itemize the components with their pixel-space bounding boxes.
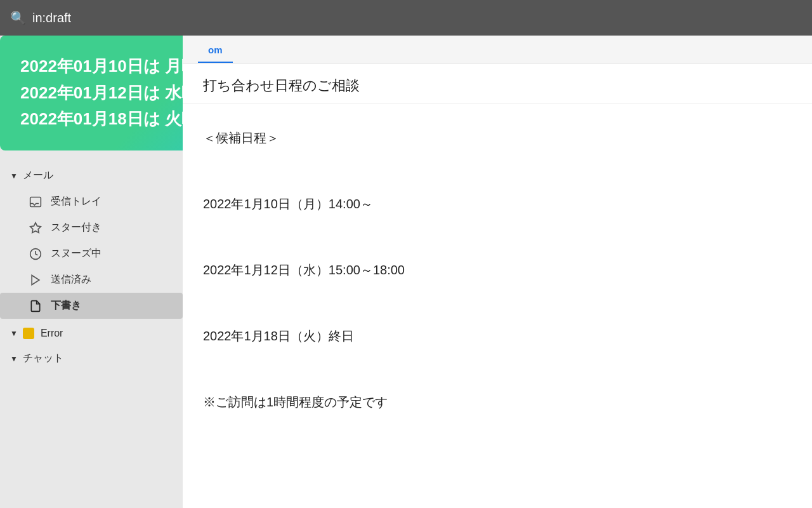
draft-icon (25, 300, 46, 312)
email-body-section-header: ＜候補日程＞ (203, 124, 792, 152)
header: 🔍 (0, 0, 812, 36)
email-body: ＜候補日程＞ 2022年1月10日（月）14:00～ 2022年1月12日（水）… (183, 104, 812, 508)
sidebar-section-mail[interactable]: ▼ メール (0, 163, 183, 189)
email-body-date-3: 2022年1月18日（火）終日 (203, 322, 792, 350)
tooltip-line-1: 2022年01月10日は 月曜日です (20, 53, 183, 80)
email-body-date-2: 2022年1月12日（水）15:00～18:00 (203, 256, 792, 284)
sidebar-section-error[interactable]: ▼ Error (0, 321, 183, 345)
chat-section-label: チャット (23, 352, 63, 365)
send-icon (25, 274, 46, 286)
star-icon (25, 222, 46, 234)
tab-draft[interactable]: om (198, 38, 233, 63)
email-body-spacer-1 (203, 157, 792, 185)
mail-section-label: メール (23, 169, 53, 182)
email-body-date-1: 2022年1月10日（月）14:00～ (203, 190, 792, 218)
clock-icon (25, 248, 46, 260)
sidebar: 2022年01月10日は 月曜日です 2022年01月12日は 水曜日です 20… (0, 36, 183, 508)
error-label: Error (41, 328, 63, 339)
starred-label: スター付き (51, 221, 102, 234)
tooltip-overlay: 2022年01月10日は 月曜日です 2022年01月12日は 水曜日です 20… (0, 36, 183, 150)
email-body-note: ※ご訪問は1時間程度の予定です (203, 388, 792, 416)
tooltip-line-2: 2022年01月12日は 水曜日です (20, 80, 183, 107)
chevron-down-icon-chat: ▼ (10, 354, 18, 363)
sidebar-item-snoozed[interactable]: スヌーズ中 (0, 241, 183, 267)
label-color-dot (23, 328, 34, 339)
chevron-down-icon-label: ▼ (10, 329, 18, 338)
main-layout: 2022年01月10日は 月曜日です 2022年01月12日は 水曜日です 20… (0, 36, 812, 508)
svg-marker-3 (32, 275, 39, 284)
email-content: om 打ち合わせ日程のご相談 ＜候補日程＞ 2022年1月10日（月）14:00… (183, 36, 812, 508)
tooltip-line-3: 2022年01月18日は 火曜日です (20, 106, 183, 133)
email-body-spacer-4 (203, 355, 792, 383)
snoozed-label: スヌーズ中 (51, 247, 102, 260)
inbox-label: 受信トレイ (51, 195, 102, 208)
tab-bar: om (183, 36, 812, 64)
sidebar-item-inbox[interactable]: 受信トレイ (0, 189, 183, 215)
sidebar-item-drafts[interactable]: 下書き (0, 293, 183, 319)
sidebar-item-starred[interactable]: スター付き (0, 215, 183, 241)
svg-marker-1 (30, 222, 41, 232)
sidebar-section-chat[interactable]: ▼ チャット (0, 345, 183, 371)
inbox-icon (25, 196, 46, 208)
chevron-down-icon: ▼ (10, 171, 18, 180)
email-body-spacer-2 (203, 223, 792, 251)
search-icon: 🔍 (10, 10, 26, 25)
sidebar-item-sent[interactable]: 送信済み (0, 267, 183, 293)
drafts-label: 下書き (51, 299, 81, 312)
email-subject: 打ち合わせ日程のご相談 (183, 64, 812, 104)
svg-rect-0 (30, 197, 41, 206)
sent-label: 送信済み (51, 273, 91, 286)
search-input[interactable] (32, 11, 802, 25)
email-body-spacer-3 (203, 289, 792, 317)
